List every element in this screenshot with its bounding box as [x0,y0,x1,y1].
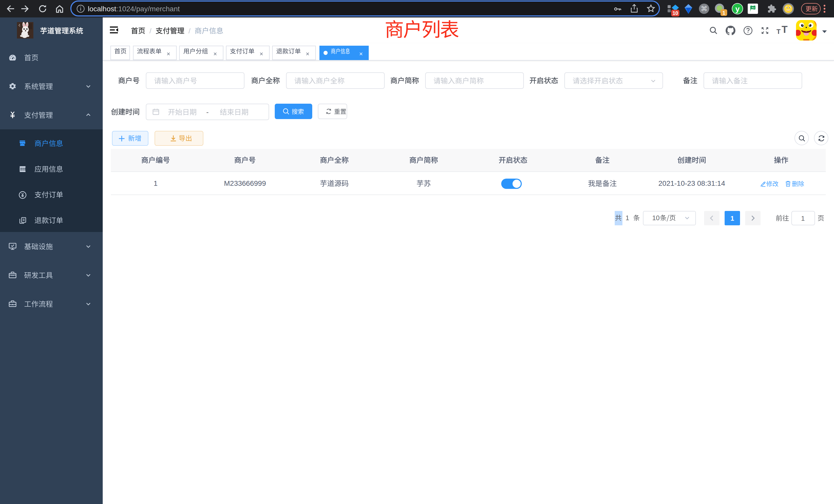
svg-text:y: y [736,5,740,13]
svg-text:1: 1 [722,10,725,16]
svg-text:⌘: ⌘ [701,5,707,13]
svg-text:10: 10 [673,10,678,16]
